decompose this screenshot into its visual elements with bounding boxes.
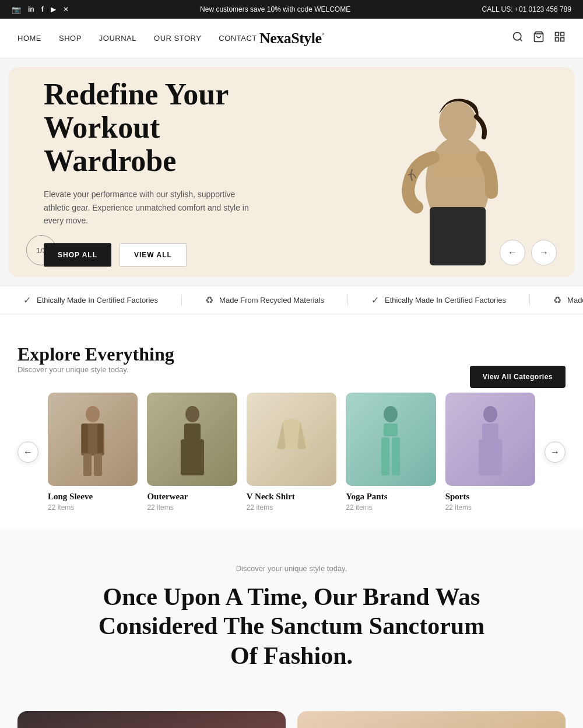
nav-our-story[interactable]: OUR STORY (154, 34, 201, 43)
category-name-2: V Neck Shirt (247, 492, 336, 502)
instagram-icon[interactable]: 📷 (12, 5, 21, 14)
brand-section: Discover your unique style today. Once U… (0, 529, 583, 711)
social-links: 📷 in f ▶ ✕ (12, 5, 69, 14)
site-logo[interactable]: NexaStyle° (259, 30, 324, 47)
phone-number: +01 0123 456 789 (515, 5, 571, 13)
view-all-button[interactable]: VIEW ALL (120, 243, 187, 267)
svg-rect-21 (384, 424, 398, 436)
category-image-1 (147, 393, 237, 486)
svg-line-1 (520, 39, 522, 41)
cart-icon[interactable] (533, 31, 545, 46)
svg-rect-6 (561, 38, 564, 41)
category-card-0[interactable]: Long Sleeve 22 items (48, 393, 138, 512)
check-icon-0: ✓ (23, 295, 31, 306)
hero-subtitle: Elevate your performance with our stylis… (44, 188, 254, 227)
brand-subtitle: Discover your unique style today. (17, 564, 566, 573)
svg-rect-22 (381, 438, 389, 475)
svg-rect-10 (430, 207, 486, 265)
ticker-item-2: ✓ Ethically Made In Certified Factories (348, 295, 530, 306)
svg-rect-25 (482, 424, 498, 440)
search-icon[interactable] (512, 31, 524, 46)
collection-image-0 (17, 711, 286, 728)
hero-content: Redefine Your Workout Wardrobe Elevate y… (9, 67, 312, 277)
svg-point-24 (483, 406, 497, 422)
category-name-0: Long Sleeve (48, 492, 138, 502)
hero-prev-button[interactable]: ← (500, 240, 525, 265)
shop-all-button[interactable]: SHOP ALL (44, 243, 111, 267)
collection-image-1 (297, 711, 566, 728)
youtube-icon[interactable]: ▶ (51, 5, 56, 13)
category-count-2: 22 items (247, 503, 336, 512)
facebook-icon[interactable]: f (41, 5, 44, 13)
category-name-1: Outerwear (147, 492, 237, 502)
category-image-0 (48, 393, 138, 486)
hero-next-button[interactable]: → (531, 240, 557, 265)
phone-info: CALL US: +01 0123 456 789 (482, 5, 571, 13)
category-count-4: 22 items (445, 503, 535, 512)
ticker-strip: ✓ Ethically Made In Certified Factories … (0, 286, 583, 314)
svg-rect-23 (392, 438, 400, 475)
promo-text: New customers save 10% with code WELCOME (200, 5, 350, 13)
hero-section: Redefine Your Workout Wardrobe Elevate y… (9, 67, 574, 277)
svg-rect-13 (82, 424, 88, 453)
nav-actions (512, 31, 566, 46)
svg-rect-26 (479, 439, 502, 475)
svg-rect-14 (97, 424, 103, 453)
view-all-categories-button[interactable]: View All Categories (470, 366, 566, 388)
svg-rect-18 (184, 424, 201, 440)
x-icon[interactable]: ✕ (63, 5, 69, 13)
categories-next-button[interactable]: → (545, 442, 566, 463)
nav-journal[interactable]: JOURNAL (99, 34, 136, 43)
recycle-icon-1: ♻ (553, 295, 561, 306)
hero-title: Redefine Your Workout Wardrobe (44, 78, 277, 178)
category-count-0: 22 items (48, 503, 138, 512)
category-card-4[interactable]: Sports 22 items (445, 393, 535, 512)
category-image-2 (247, 393, 336, 486)
svg-point-11 (86, 406, 100, 422)
brand-title: Once Upon A Time, Our Brand Was Consider… (87, 582, 496, 670)
svg-rect-3 (556, 33, 559, 36)
svg-rect-4 (561, 33, 564, 36)
main-nav: HOME SHOP JOURNAL OUR STORY CONTACT Nexa… (0, 19, 583, 58)
nav-shop[interactable]: SHOP (59, 34, 82, 43)
svg-point-17 (185, 406, 199, 422)
ticker-item-0: ✓ Ethically Made In Certified Factories (0, 295, 182, 306)
svg-point-8 (439, 102, 476, 144)
categories-prev-button[interactable]: ← (17, 442, 38, 463)
nav-links: HOME SHOP JOURNAL OUR STORY CONTACT (17, 34, 257, 43)
nav-home[interactable]: HOME (17, 34, 41, 43)
hero-buttons: SHOP ALL VIEW ALL (44, 243, 277, 267)
svg-rect-15 (83, 454, 92, 476)
hero-nav-arrows: ← → (500, 240, 557, 265)
ticker-item-3: ♻ Made From Recycled Materials (530, 295, 583, 306)
category-count-3: 22 items (346, 503, 436, 512)
nav-contact[interactable]: CONTACT (219, 34, 257, 43)
grid-icon[interactable] (554, 31, 566, 46)
collection-row: STREET FASHION STYLE DENIM COLLECTION (0, 711, 583, 728)
category-count-1: 22 items (147, 503, 237, 512)
categories-section: Explore Everything Discover your unique … (0, 314, 583, 529)
category-image-3 (346, 393, 436, 486)
svg-point-20 (384, 406, 398, 422)
collection-card-1[interactable]: DENIM COLLECTION (297, 711, 566, 728)
category-card-3[interactable]: Yoga Pants 22 items (346, 393, 436, 512)
top-bar: 📷 in f ▶ ✕ New customers save 10% with c… (0, 0, 583, 19)
recycle-icon-0: ♻ (205, 295, 213, 306)
category-name-3: Yoga Pants (346, 492, 436, 502)
svg-point-39 (416, 725, 446, 728)
linkedin-icon[interactable]: in (28, 5, 34, 13)
category-name-4: Sports (445, 492, 535, 502)
phone-label: CALL US: (482, 5, 513, 13)
svg-rect-19 (181, 439, 204, 475)
category-card-2[interactable]: V Neck Shirt 22 items (247, 393, 336, 512)
categories-header: Explore Everything Discover your unique … (17, 344, 566, 388)
categories-subtitle: Discover your unique style today. (17, 365, 174, 374)
check-icon-1: ✓ (371, 295, 379, 306)
svg-point-0 (514, 33, 521, 40)
svg-rect-16 (94, 454, 102, 476)
category-card-1[interactable]: Outerwear 22 items (147, 393, 237, 512)
categories-title-group: Explore Everything Discover your unique … (17, 344, 174, 388)
categories-row: ← Long Sleeve 22 items (17, 393, 566, 512)
collection-card-0[interactable]: STREET FASHION STYLE (17, 711, 286, 728)
ticker-item-1: ♻ Made From Recycled Materials (182, 295, 348, 306)
